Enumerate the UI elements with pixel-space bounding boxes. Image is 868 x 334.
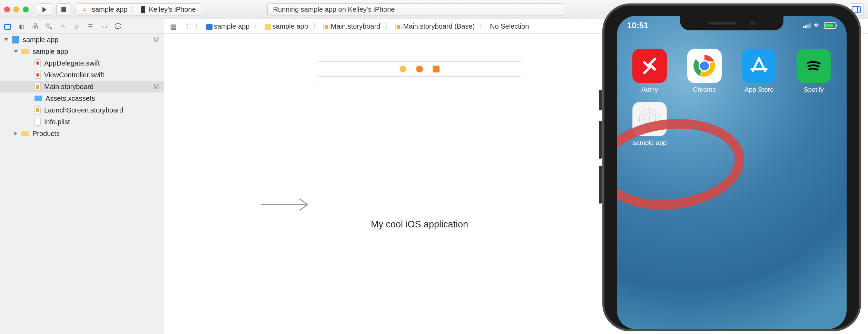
phone-screen: 10:51 ᯤ Authy Chrome — [617, 16, 847, 329]
cellular-signal-icon — [803, 23, 811, 28]
app-authy[interactable]: Authy — [627, 49, 673, 94]
folder-icon — [21, 49, 29, 54]
project-icon — [206, 24, 213, 30]
storyboard-file-icon — [34, 83, 41, 90]
chrome-icon — [687, 49, 722, 83]
file-row[interactable]: LaunchScreen.storyboard — [0, 104, 164, 116]
breakpoint-navigator-icon[interactable]: ▭ — [100, 22, 108, 31]
mute-switch — [599, 90, 602, 110]
volume-down-button — [599, 166, 602, 204]
phone-body: 10:51 ᯤ Authy Chrome — [602, 3, 861, 331]
scm-status: M — [153, 36, 159, 44]
iphone-device-frame: 10:51 ᯤ Authy Chrome — [602, 3, 861, 331]
appstore-icon — [742, 49, 776, 83]
status-time: 10:51 — [627, 21, 648, 30]
products-label: Products — [32, 130, 60, 138]
label-control[interactable]: My cool iOS application — [371, 219, 468, 230]
initial-vc-arrow-icon — [261, 196, 313, 215]
device-icon — [141, 6, 145, 13]
disclosure-triangle-icon[interactable] — [14, 131, 17, 136]
storyboard-icon — [323, 24, 329, 30]
exit-icon[interactable] — [433, 66, 440, 72]
project-navigator: sample app M sample app AppDelegate.swif… — [0, 34, 164, 334]
close-window-button[interactable] — [4, 7, 10, 12]
file-row-selected[interactable]: Main.storyboardM — [0, 81, 164, 92]
scene-dock[interactable] — [316, 61, 523, 77]
project-navigator-icon[interactable] — [3, 22, 12, 31]
storyboard-file-icon — [34, 106, 41, 114]
view-controller-view[interactable]: My cool iOS application — [316, 83, 523, 334]
stop-button[interactable] — [56, 3, 71, 16]
project-name: sample app — [23, 36, 58, 44]
file-row[interactable]: Info.plist — [0, 116, 164, 128]
symbol-navigator-icon[interactable]: 品 — [31, 22, 39, 31]
app-target-icon: A — [81, 6, 88, 13]
spotify-icon — [797, 49, 831, 83]
app-label: Chrome — [693, 86, 716, 94]
svg-rect-2 — [4, 24, 11, 29]
activity-viewer: Running sample app on Kelley's iPhone — [267, 3, 564, 16]
swift-file-icon — [34, 59, 41, 67]
volume-up-button — [599, 121, 602, 159]
authy-icon — [632, 49, 667, 83]
app-spotify[interactable]: Spotify — [791, 49, 837, 94]
file-row[interactable]: AppDelegate.swift — [0, 57, 164, 69]
source-control-navigator-icon[interactable]: ◧ — [17, 22, 26, 31]
issue-navigator-icon[interactable]: ⚠ — [59, 22, 67, 31]
chevron-right-icon: 〉 — [479, 22, 486, 31]
view-controller-icon[interactable] — [400, 66, 406, 72]
storyboard-icon — [395, 24, 402, 30]
chevron-right-icon: 〉 — [131, 5, 138, 14]
app-appstore[interactable]: App Store — [736, 49, 782, 94]
file-row[interactable]: ViewController.swift — [0, 69, 164, 81]
folder-icon — [265, 24, 271, 30]
disclosure-triangle-icon[interactable] — [4, 38, 8, 41]
speaker-icon — [709, 22, 736, 24]
disclosure-triangle-icon[interactable] — [14, 50, 18, 53]
navigator-selector: ◧ 品 🔍 ⚠ ◇ ☰ ▭ 💬 — [0, 19, 164, 33]
crumb-group[interactable]: sample app — [265, 22, 308, 30]
scheme-app-name: sample app — [92, 6, 127, 13]
scheme-selector[interactable]: A sample app 〉 Kelley's iPhone — [76, 3, 201, 16]
folder-icon — [21, 131, 29, 136]
chevron-right-icon: 〉 — [384, 22, 391, 31]
first-responder-icon[interactable] — [416, 66, 423, 72]
scm-status: M — [153, 83, 159, 91]
battery-icon — [824, 22, 836, 29]
crumb-selection[interactable]: No Selection — [490, 22, 529, 30]
project-icon — [12, 36, 19, 43]
find-navigator-icon[interactable]: 🔍 — [45, 22, 53, 31]
project-row[interactable]: sample app M — [0, 34, 164, 46]
minimize-window-button[interactable] — [13, 7, 19, 12]
file-row[interactable]: Assets.xcassets — [0, 92, 164, 104]
assets-icon — [34, 96, 42, 101]
products-row[interactable]: Products — [0, 128, 164, 139]
crumb-base[interactable]: Main.storyboard (Base) — [395, 22, 475, 30]
notch — [680, 16, 783, 30]
back-button[interactable]: 〈 — [181, 22, 190, 31]
report-navigator-icon[interactable]: 💬 — [114, 22, 122, 31]
debug-navigator-icon[interactable]: ☰ — [86, 22, 95, 31]
run-button[interactable] — [37, 3, 52, 16]
swift-file-icon — [34, 71, 41, 79]
forward-button[interactable]: 〉 — [194, 22, 202, 31]
scheme-device-name: Kelley's iPhone — [149, 6, 196, 13]
wifi-icon: ᯤ — [813, 21, 821, 30]
app-chrome[interactable]: Chrome — [681, 49, 728, 94]
app-label: Authy — [641, 86, 658, 94]
app-label: App Store — [744, 86, 774, 94]
chevron-right-icon: 〉 — [312, 22, 319, 31]
activity-text: Running sample app on Kelley's iPhone — [273, 6, 395, 13]
plist-file-icon — [34, 118, 41, 126]
crumb-project[interactable]: sample app — [206, 22, 249, 30]
crumb-file[interactable]: Main.storyboard — [323, 22, 380, 30]
window-controls — [4, 7, 29, 12]
test-navigator-icon[interactable]: ◇ — [72, 22, 81, 31]
chevron-right-icon: 〉 — [254, 22, 260, 31]
group-row[interactable]: sample app — [0, 46, 164, 57]
camera-icon — [750, 21, 755, 26]
group-name: sample app — [32, 48, 68, 56]
view-controller-scene[interactable]: My cool iOS application — [316, 61, 523, 334]
zoom-window-button[interactable] — [23, 7, 29, 12]
related-items-icon[interactable]: ▦ — [169, 22, 177, 31]
